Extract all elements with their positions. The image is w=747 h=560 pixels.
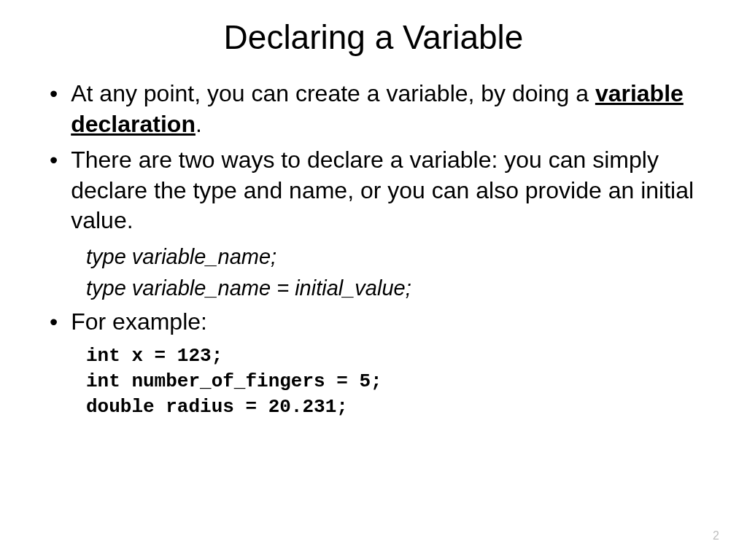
syntax-line-1: type variable_name; [86, 242, 711, 272]
bullet-text-3: For example: [71, 307, 711, 338]
slide-title: Declaring a Variable [36, 18, 711, 57]
slide-container: Declaring a Variable • At any point, you… [0, 0, 747, 435]
bullet1-suffix: . [196, 111, 202, 137]
bullet-item-3: • For example: [44, 307, 711, 338]
code-example-3: double radius = 20.231; [86, 394, 711, 420]
bullet-item-1: • At any point, you can create a variabl… [44, 79, 711, 139]
bullet-marker: • [50, 79, 58, 109]
bullet-text-1: At any point, you can create a variable,… [71, 79, 711, 139]
bullet-marker: • [50, 145, 58, 176]
slide-content: • At any point, you can create a variabl… [36, 79, 711, 420]
syntax-line-2: type variable_name = initial_value; [86, 273, 711, 303]
bullet-item-2: • There are two ways to declare a variab… [44, 145, 711, 236]
bullet-marker: • [50, 307, 58, 338]
bullet1-prefix: At any point, you can create a variable,… [71, 80, 595, 106]
bullet-text-2: There are two ways to declare a variable… [71, 145, 711, 236]
page-number: 2 [713, 529, 719, 542]
code-example-1: int x = 123; [86, 343, 711, 369]
code-example-2: int number_of_fingers = 5; [86, 369, 711, 394]
